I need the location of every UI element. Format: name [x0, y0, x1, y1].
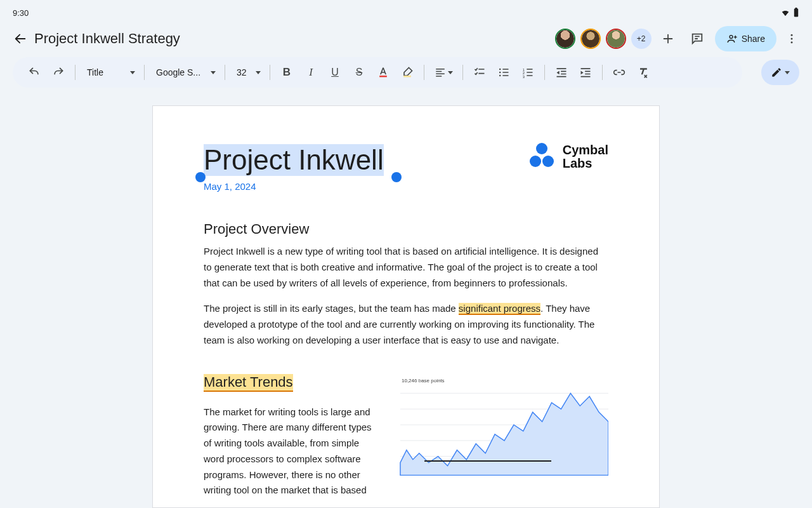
more-options-button[interactable]: [779, 26, 804, 51]
svg-point-3: [791, 34, 793, 36]
svg-text:3: 3: [523, 75, 525, 79]
paragraph-market[interactable]: The market for writing tools is large an…: [204, 404, 381, 499]
status-bar: 9:30: [0, 0, 812, 22]
wifi-icon: [780, 8, 790, 17]
chevron-down-icon: [785, 71, 790, 74]
comments-button[interactable]: [684, 26, 710, 51]
increase-indent-button[interactable]: [574, 61, 597, 84]
bold-button[interactable]: B: [275, 61, 298, 84]
person-add-icon: [726, 33, 738, 44]
svg-point-9: [499, 72, 501, 74]
toolbar-separator: [544, 65, 545, 80]
bulleted-list-button[interactable]: [492, 61, 515, 84]
clear-format-icon: [637, 66, 650, 79]
collaborator-avatars: +2: [555, 29, 652, 49]
svg-point-10: [499, 75, 501, 77]
more-avatars-badge[interactable]: +2: [631, 29, 652, 49]
chevron-down-icon: [130, 71, 135, 74]
insert-link-button[interactable]: [608, 61, 631, 84]
chevron-down-icon: [211, 71, 216, 74]
bullet-list-icon: [497, 66, 510, 79]
bold-icon: B: [283, 66, 291, 79]
highlighted-text[interactable]: significant progress: [459, 303, 540, 315]
market-chart: 10,246 base points: [394, 374, 608, 476]
align-left-icon: [435, 67, 446, 78]
chevron-down-icon: [256, 71, 261, 74]
avatar[interactable]: [580, 29, 601, 49]
app-header: Project Inkwell Strategy +2 Share: [0, 22, 812, 57]
section-heading-overview[interactable]: Project Overview: [204, 221, 608, 237]
svg-rect-1: [795, 8, 797, 9]
avatar[interactable]: [555, 29, 575, 49]
selection-handle-end[interactable]: [391, 172, 402, 182]
svg-rect-6: [379, 76, 387, 77]
add-button[interactable]: [655, 26, 681, 51]
highlight-icon: [401, 66, 414, 79]
pencil-icon: [771, 67, 782, 78]
paragraph-overview-1[interactable]: Project Inkwell is a new type of writing…: [204, 244, 608, 291]
clear-formatting-button[interactable]: [632, 61, 655, 84]
document-page[interactable]: Cymbal Labs Project Inkwell May 1, 2024 …: [152, 105, 660, 508]
font-size-dropdown[interactable]: 32: [230, 61, 265, 84]
editing-mode-button[interactable]: [761, 60, 799, 85]
back-button[interactable]: [8, 26, 33, 51]
avatar[interactable]: [606, 29, 626, 49]
strikethrough-button[interactable]: S: [348, 61, 370, 84]
document-heading-selection[interactable]: Project Inkwell: [204, 144, 608, 176]
toolbar-separator: [602, 65, 603, 80]
document-canvas[interactable]: Cymbal Labs Project Inkwell May 1, 2024 …: [0, 105, 812, 508]
document-heading[interactable]: Project Inkwell: [204, 144, 384, 176]
svg-rect-0: [794, 9, 798, 17]
link-icon: [613, 66, 625, 79]
arrow-left-icon: [13, 32, 27, 46]
numbered-list-icon: 123: [521, 66, 534, 79]
style-label: Title: [87, 67, 126, 77]
font-family-dropdown[interactable]: Google S...: [150, 61, 219, 84]
italic-icon: I: [309, 66, 313, 79]
undo-button[interactable]: [23, 61, 46, 84]
paragraph-style-dropdown[interactable]: Title: [81, 61, 139, 84]
plus-icon: [661, 32, 675, 46]
more-vert-icon: [785, 32, 798, 45]
size-label: 32: [237, 67, 252, 77]
text-color-icon: [377, 66, 390, 79]
section-heading-market[interactable]: Market Trends: [204, 374, 293, 392]
undo-icon: [28, 66, 41, 79]
chevron-down-icon: [448, 71, 453, 74]
svg-point-2: [730, 36, 733, 39]
svg-point-5: [791, 41, 793, 43]
decrease-indent-button[interactable]: [550, 61, 573, 84]
font-label: Google S...: [156, 67, 207, 77]
highlight-button[interactable]: [396, 61, 419, 84]
comment-icon: [690, 32, 704, 46]
toolbar-separator: [144, 65, 145, 80]
selection-handle-start[interactable]: [195, 172, 206, 182]
toolbar-separator: [75, 65, 75, 80]
document-date[interactable]: May 1, 2024: [204, 181, 608, 192]
share-label: Share: [742, 34, 765, 44]
redo-button[interactable]: [47, 61, 70, 84]
align-button[interactable]: [429, 61, 457, 84]
checklist-icon: [473, 66, 486, 79]
indent-icon: [579, 66, 592, 79]
checklist-button[interactable]: [468, 61, 491, 84]
svg-point-4: [791, 38, 793, 40]
numbered-list-button[interactable]: 123: [516, 61, 539, 84]
outdent-icon: [555, 66, 568, 79]
redo-icon: [52, 66, 65, 79]
share-button[interactable]: Share: [715, 26, 776, 51]
underline-button[interactable]: U: [324, 61, 346, 84]
toolbar-separator: [270, 65, 270, 80]
formatting-toolbar: Title Google S... 32 B I U S 123: [13, 57, 742, 88]
chart-label: 10,246 base points: [402, 378, 445, 384]
document-title[interactable]: Project Inkwell Strategy: [34, 30, 180, 47]
italic-button[interactable]: I: [299, 61, 322, 84]
svg-rect-7: [403, 76, 411, 77]
toolbar-separator: [462, 65, 463, 80]
underline-icon: U: [331, 67, 339, 78]
paragraph-overview-2[interactable]: The project is still in its early stages…: [204, 301, 608, 348]
svg-point-8: [499, 69, 501, 70]
text-color-button[interactable]: [372, 61, 395, 84]
chart-axis: [424, 460, 551, 462]
battery-icon: [793, 8, 799, 18]
